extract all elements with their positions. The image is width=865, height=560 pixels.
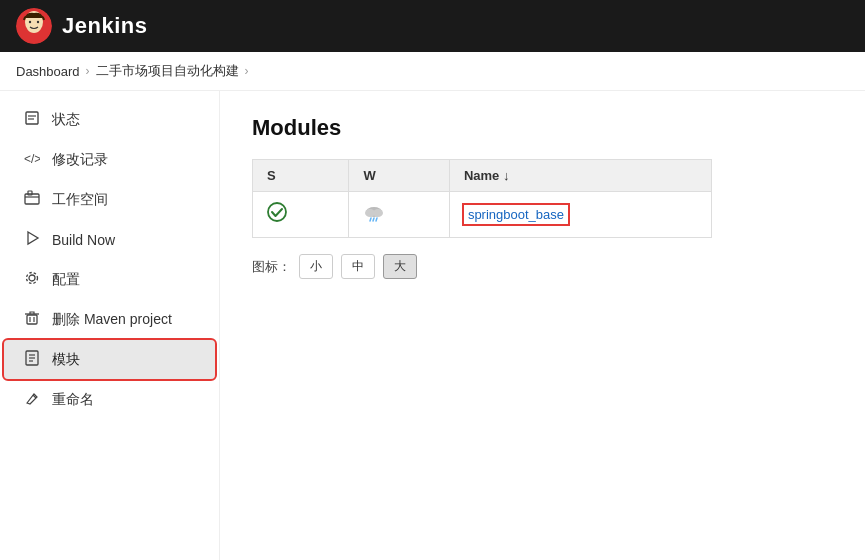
sidebar-item-changes-label: 修改记录	[52, 151, 108, 169]
sidebar-item-delete-label: 删除 Maven project	[52, 311, 172, 329]
svg-line-28	[373, 218, 374, 221]
svg-line-29	[376, 218, 377, 221]
main-layout: 状态 </> 修改记录 工作空间	[0, 91, 865, 560]
icon-size-controls: 图标： 小 中 大	[252, 254, 833, 279]
breadcrumb-project[interactable]: 二手市场项目自动化构建	[96, 62, 239, 80]
breadcrumb: Dashboard › 二手市场项目自动化构建 ›	[0, 52, 865, 91]
app-title: Jenkins	[62, 13, 147, 39]
sidebar-item-configure-label: 配置	[52, 271, 80, 289]
icon-size-large[interactable]: 大	[383, 254, 417, 279]
svg-line-27	[370, 218, 371, 221]
svg-rect-5	[26, 112, 38, 124]
svg-point-2	[27, 16, 41, 32]
icon-size-medium[interactable]: 中	[341, 254, 375, 279]
svg-rect-14	[27, 315, 37, 324]
svg-point-13	[27, 273, 38, 284]
module-link-springboot[interactable]: springboot_base	[464, 205, 568, 224]
col-header-w: W	[349, 160, 449, 192]
name-cell[interactable]: springboot_base	[449, 192, 711, 238]
sidebar-item-modules-label: 模块	[52, 351, 80, 369]
status-success-icon	[267, 206, 287, 226]
sidebar-item-modules[interactable]: 模块	[4, 340, 215, 379]
breadcrumb-sep-1: ›	[86, 64, 90, 78]
weather-rainy-icon	[363, 206, 385, 226]
svg-point-4	[37, 21, 39, 23]
delete-icon	[22, 310, 42, 329]
rename-icon	[22, 390, 42, 409]
status-icon	[22, 110, 42, 129]
sidebar-item-rename[interactable]: 重命名	[4, 380, 215, 419]
col-header-s: S	[253, 160, 349, 192]
build-now-icon	[22, 230, 42, 249]
sidebar-item-rename-label: 重命名	[52, 391, 94, 409]
sidebar-item-status-label: 状态	[52, 111, 80, 129]
sidebar: 状态 </> 修改记录 工作空间	[0, 91, 220, 560]
breadcrumb-sep-2: ›	[245, 64, 249, 78]
svg-marker-11	[28, 232, 38, 244]
changes-icon: </>	[22, 150, 42, 169]
icon-size-small[interactable]: 小	[299, 254, 333, 279]
svg-text:</>: </>	[24, 152, 40, 166]
workspace-icon	[22, 190, 42, 209]
svg-point-12	[29, 275, 35, 281]
content-area: Modules S W Name ↓	[220, 91, 865, 560]
modules-table: S W Name ↓	[252, 159, 712, 238]
sidebar-item-status[interactable]: 状态	[4, 100, 215, 139]
page-title: Modules	[252, 115, 833, 141]
icon-size-label: 图标：	[252, 258, 291, 276]
sidebar-item-build-now-label: Build Now	[52, 232, 115, 248]
sidebar-item-configure[interactable]: 配置	[4, 260, 215, 299]
table-header-row: S W Name ↓	[253, 160, 712, 192]
svg-point-26	[373, 209, 383, 217]
modules-icon	[22, 350, 42, 369]
configure-icon	[22, 270, 42, 289]
jenkins-logo	[16, 8, 52, 44]
svg-point-23	[268, 203, 286, 221]
breadcrumb-dashboard[interactable]: Dashboard	[16, 64, 80, 79]
table-row: springboot_base	[253, 192, 712, 238]
sidebar-item-delete[interactable]: 删除 Maven project	[4, 300, 215, 339]
sidebar-item-changes[interactable]: </> 修改记录	[4, 140, 215, 179]
sidebar-item-workspace[interactable]: 工作空间	[4, 180, 215, 219]
status-cell	[253, 192, 349, 238]
col-header-name: Name ↓	[449, 160, 711, 192]
weather-cell	[349, 192, 449, 238]
svg-point-3	[29, 21, 31, 23]
header: Jenkins	[0, 0, 865, 52]
sidebar-item-build-now[interactable]: Build Now	[4, 220, 215, 259]
sidebar-item-workspace-label: 工作空间	[52, 191, 108, 209]
